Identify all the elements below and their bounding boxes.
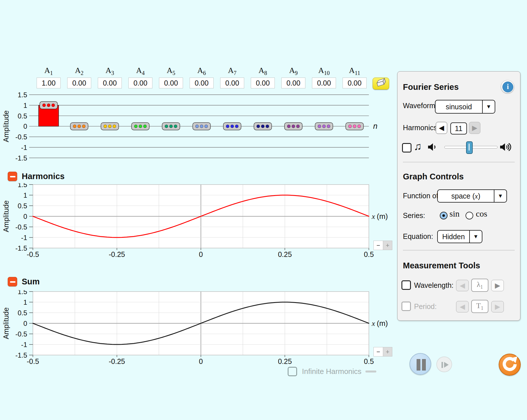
waveform-label: Waveform: (403, 102, 437, 110)
harmonics-label: Harmonics: (403, 124, 439, 132)
speaker-low-icon (428, 142, 439, 152)
amplitude-input-4[interactable] (128, 78, 152, 88)
amplitude-slider-handle-10[interactable] (315, 122, 333, 130)
amplitude-input-3[interactable] (98, 78, 122, 88)
amplitude-label-A10: A10 (312, 66, 336, 76)
function-of-dropdown[interactable]: space (x) ▼ (437, 189, 507, 203)
series-sin-label: sin (450, 209, 460, 219)
step-forward-button[interactable] (436, 356, 452, 372)
svg-text:0.5: 0.5 (18, 112, 27, 120)
svg-text:0: 0 (23, 122, 27, 130)
amplitude-input-1[interactable] (37, 78, 61, 88)
sound-checkbox[interactable] (402, 143, 411, 152)
harmonics-section-header: Harmonics (8, 172, 65, 181)
amplitude-input-11[interactable] (343, 78, 367, 88)
amplitude-slider-handle-11[interactable] (346, 122, 363, 130)
svg-text:1.5: 1.5 (18, 290, 27, 296)
chevron-down-icon: ▼ (494, 193, 506, 199)
amplitude-slider-handle-9[interactable] (285, 122, 302, 130)
function-of-value: space (x) (438, 192, 494, 200)
svg-text:x(m): x(m) (371, 319, 388, 328)
amplitude-input-10[interactable] (312, 78, 336, 88)
svg-text:-0.25: -0.25 (109, 250, 125, 258)
svg-text:1.5: 1.5 (18, 91, 27, 99)
amplitude-bar-chart[interactable]: 1.510.50-0.5-1-1.5Amplituden (0, 91, 389, 163)
wavelength-label: Wavelength: (414, 281, 454, 290)
amplitude-label-A8: A8 (251, 66, 275, 76)
period-checkbox[interactable] (401, 302, 411, 311)
chevron-down-icon: ▼ (470, 233, 482, 240)
harmonics-collapse-button[interactable] (8, 172, 17, 181)
wavelength-next-button[interactable]: ▶ (491, 280, 504, 291)
volume-slider-thumb[interactable] (466, 141, 473, 154)
svg-text:Amplitude: Amplitude (2, 200, 10, 232)
amplitude-label-A2: A2 (67, 66, 91, 76)
svg-text:-1.5: -1.5 (15, 351, 27, 359)
series-cos-label: cos (476, 209, 487, 219)
amplitude-label-A3: A3 (98, 66, 122, 76)
period-tool-button[interactable]: T1 (471, 300, 488, 313)
svg-text:0: 0 (199, 250, 203, 258)
step-forward-icon (442, 362, 443, 368)
amplitude-slider-handle-5[interactable] (162, 122, 180, 130)
equation-dropdown[interactable]: Hidden ▼ (437, 230, 482, 243)
amplitude-label-A9: A9 (281, 66, 305, 76)
amplitude-input-9[interactable] (281, 78, 305, 88)
amplitude-label-A11: A11 (343, 66, 367, 76)
sum-zoom-out-button[interactable]: − (373, 347, 383, 356)
info-button[interactable]: i (501, 80, 514, 93)
pause-button[interactable] (409, 353, 431, 375)
wavelength-previous-button[interactable]: ◀ (456, 280, 469, 291)
wavelength-tool-button[interactable]: λ1 (471, 279, 488, 292)
pause-icon (417, 359, 420, 371)
harmonics-zoom-in-button[interactable]: + (383, 241, 392, 250)
svg-text:0.5: 0.5 (364, 250, 374, 258)
wavelength-checkbox[interactable] (401, 280, 411, 290)
svg-text:0: 0 (23, 320, 27, 327)
control-panel: Fourier Series i Waveform: sinusoid ▼ Ha… (397, 71, 520, 321)
amplitude-slider-handle-3[interactable] (101, 122, 119, 130)
svg-text:0: 0 (199, 357, 203, 365)
sum-zoom-controls: − + (373, 347, 392, 356)
infinite-harmonics-line-swatch (365, 371, 376, 373)
amplitude-slider-handle-8[interactable] (254, 122, 272, 130)
harmonics-increment-button[interactable]: ▶ (469, 122, 480, 134)
amplitude-slider-handle-4[interactable] (132, 122, 149, 130)
sum-zoom-in-button[interactable]: + (383, 347, 392, 356)
amplitude-input-5[interactable] (159, 78, 183, 88)
amplitude-slider-handle-2[interactable] (70, 122, 88, 130)
harmonics-count-field[interactable]: 11 (450, 122, 467, 134)
music-note-icon: ♫ (414, 141, 422, 152)
period-next-button[interactable]: ▶ (491, 301, 504, 312)
amplitude-slider-handle-6[interactable] (193, 122, 210, 130)
amplitude-label-A7: A7 (220, 66, 244, 76)
harmonics-zoom-out-button[interactable]: − (373, 241, 383, 250)
waveform-dropdown[interactable]: sinusoid ▼ (435, 100, 495, 114)
graph-controls-title: Graph Controls (403, 172, 464, 181)
amplitude-slider-handle-1[interactable] (40, 102, 57, 109)
svg-text:-1.5: -1.5 (15, 244, 27, 252)
svg-text:-0.5: -0.5 (15, 133, 27, 141)
eraser-button[interactable] (373, 78, 389, 90)
infinite-harmonics-checkbox[interactable] (288, 367, 297, 376)
amplitude-slider-handle-7[interactable] (223, 122, 241, 130)
svg-text:1: 1 (23, 102, 27, 109)
amplitude-label-A1: A1 (37, 66, 61, 76)
amplitude-input-8[interactable] (251, 78, 275, 88)
svg-text:0.5: 0.5 (18, 202, 27, 210)
harmonics-decrement-button[interactable]: ◀ (436, 122, 447, 134)
sum-collapse-button[interactable] (8, 277, 17, 286)
amplitude-input-6[interactable] (190, 78, 214, 88)
svg-text:-1: -1 (21, 341, 27, 348)
amplitude-input-2[interactable] (67, 78, 91, 88)
period-previous-button[interactable]: ◀ (456, 301, 469, 312)
equation-label: Equation: (403, 232, 433, 241)
waveform-value: sinusoid (435, 103, 482, 111)
svg-text:1.5: 1.5 (18, 183, 27, 189)
reset-all-button[interactable] (499, 354, 521, 376)
harmonics-section-title: Harmonics (22, 172, 65, 181)
series-cos-radio[interactable] (466, 212, 473, 219)
divider (403, 250, 515, 250)
series-sin-radio[interactable] (440, 212, 448, 219)
amplitude-input-7[interactable] (220, 78, 244, 88)
